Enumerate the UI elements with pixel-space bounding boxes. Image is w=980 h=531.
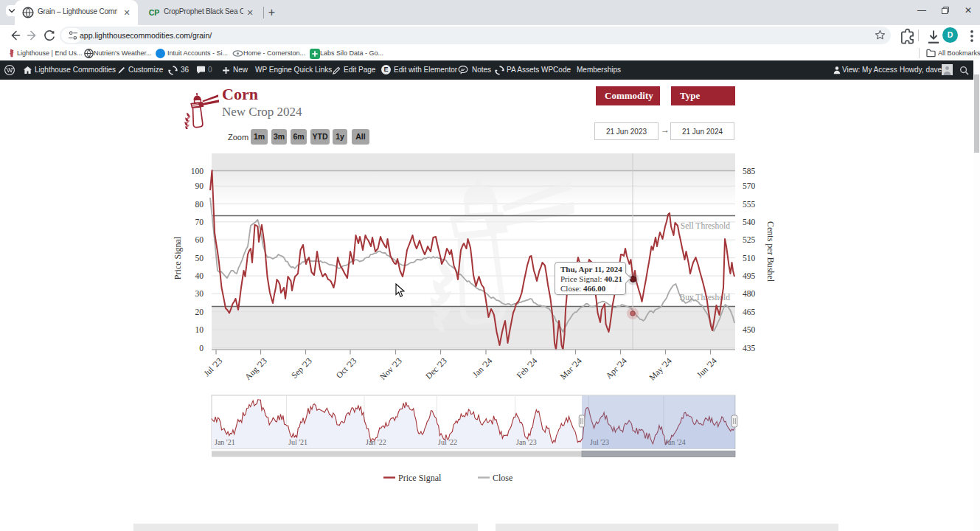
svg-text:Mar '24: Mar '24 <box>558 356 583 381</box>
svg-text:30: 30 <box>195 289 204 298</box>
svg-text:90: 90 <box>195 181 204 190</box>
svg-text:40: 40 <box>195 271 204 280</box>
svg-text:Feb '24: Feb '24 <box>515 356 538 380</box>
svg-text:Jul '23: Jul '23 <box>202 356 224 378</box>
svg-text:60: 60 <box>195 235 204 244</box>
svg-text:Sep '23: Sep '23 <box>290 356 314 381</box>
svg-text:Jul '22: Jul '22 <box>438 438 457 446</box>
svg-text:Jul '21: Jul '21 <box>288 438 307 446</box>
svg-text:20: 20 <box>195 308 204 316</box>
svg-text:435: 435 <box>743 344 756 353</box>
svg-text:Jan '24: Jan '24 <box>470 356 493 379</box>
svg-text:Aug '23: Aug '23 <box>243 356 269 382</box>
svg-text:480: 480 <box>743 289 756 298</box>
svg-text:555: 555 <box>743 200 756 209</box>
svg-text:Nov '23: Nov '23 <box>378 356 403 381</box>
svg-text:Price Signal: Price Signal <box>173 236 183 280</box>
svg-text:10: 10 <box>195 325 204 334</box>
svg-text:Sell Threshold: Sell Threshold <box>681 221 730 230</box>
svg-text:585: 585 <box>743 167 756 176</box>
svg-text:Jan '23: Jan '23 <box>516 438 537 446</box>
svg-text:450: 450 <box>743 325 756 334</box>
svg-text:570: 570 <box>743 181 756 190</box>
svg-text:80: 80 <box>195 200 204 209</box>
svg-text:Cents per Bushel: Cents per Bushel <box>765 221 776 282</box>
svg-text:465: 465 <box>743 308 756 316</box>
svg-text:Jan '21: Jan '21 <box>215 438 235 446</box>
svg-text:Oct '23: Oct '23 <box>335 356 358 380</box>
svg-text:Price Signal: Price Signal <box>398 473 442 483</box>
svg-text:495: 495 <box>743 271 756 280</box>
svg-text:Jan '22: Jan '22 <box>366 438 386 446</box>
svg-text:50: 50 <box>195 254 204 263</box>
svg-text:540: 540 <box>743 218 756 226</box>
svg-text:510: 510 <box>743 254 756 263</box>
svg-text:100: 100 <box>191 167 204 176</box>
svg-text:70: 70 <box>195 218 204 226</box>
svg-text:Close: Close <box>493 473 512 483</box>
svg-text:0: 0 <box>199 344 204 353</box>
svg-text:525: 525 <box>743 235 756 244</box>
svg-text:Apr '24: Apr '24 <box>604 356 629 381</box>
svg-text:Jun '24: Jun '24 <box>695 356 718 380</box>
svg-text:Dec '23: Dec '23 <box>424 356 448 381</box>
svg-text:May '24: May '24 <box>647 356 674 383</box>
